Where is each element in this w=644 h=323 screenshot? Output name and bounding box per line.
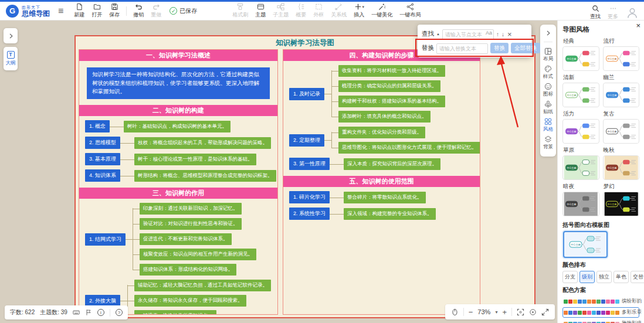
topic-node[interactable]: 2. 思维模型: [85, 137, 120, 149]
topic-node[interactable]: 1. 及时记录: [289, 88, 324, 100]
description-node[interactable]: 知识树学习法是一种将知识结构化、层次化的方法，它通过构建类似树状的模型来组织和梳…: [87, 67, 270, 99]
subtopic-node[interactable]: 构建树干和枝杈：搭建知识体系的基本结构。: [338, 96, 445, 107]
zoom-out-button[interactable]: −: [469, 308, 473, 317]
app-logo[interactable]: G 图形天下 思维导图: [6, 5, 50, 18]
match-case-toggle[interactable]: Aa: [486, 30, 492, 36]
triangle-up-icon[interactable]: ▲: [436, 32, 440, 36]
collapse-left-panel-button[interactable]: [4, 28, 18, 43]
zoom-in-button[interactable]: +: [502, 308, 507, 317]
style-thumbnail[interactable]: 中心主题: [562, 119, 599, 144]
subtopic-node[interactable]: 树干：核心理论或第一性原理，是知识体系的基础。: [134, 154, 256, 165]
toolbar-save[interactable]: 保存: [106, 2, 123, 20]
arrange-option[interactable]: 单色: [614, 271, 629, 283]
replace-input[interactable]: [436, 43, 488, 54]
toolbar-find[interactable]: 查找: [587, 4, 604, 22]
arrange-option[interactable]: 分支: [562, 271, 578, 283]
user-avatar[interactable]: [626, 7, 638, 19]
strip-item-sticker[interactable]: 贴纸: [543, 100, 553, 115]
style-thumbnail[interactable]: 中心主题: [603, 46, 640, 71]
toolbar-one-key-beautify[interactable]: 一键美化: [368, 2, 396, 20]
info-icon[interactable]: i: [97, 309, 104, 316]
arrange-option[interactable]: 独立: [596, 271, 612, 283]
subtopic-node[interactable]: 树叶：基础知识点，构成知识树的基本单元。: [124, 121, 231, 132]
chevron-down-icon[interactable]: ▾: [495, 310, 497, 315]
strip-item-style[interactable]: 样式: [543, 65, 553, 80]
fit-screen-icon[interactable]: [517, 308, 524, 316]
section-banner-node[interactable]: 一、知识树学习法概述: [79, 50, 277, 61]
toolbar-insert[interactable]: ▾插入: [350, 2, 368, 20]
fullscreen-icon[interactable]: [541, 308, 549, 316]
subtopic-node[interactable]: 梳理分类：确定知识点的归属和层级关系。: [338, 80, 440, 92]
style-thumbnail[interactable]: 中心主题: [562, 155, 599, 180]
subtopic-node[interactable]: 收集资料：将学习材料统一放入待处理区域。: [338, 65, 445, 77]
color-scheme-row[interactable]: 雅致彩境: [562, 318, 639, 323]
toolbar-redo: 重做: [147, 2, 165, 20]
style-thumbnail[interactable]: 中心主题: [603, 155, 640, 180]
close-icon[interactable]: ×: [507, 30, 512, 39]
topic-node[interactable]: 1. 结网式学习: [85, 233, 126, 246]
find-previous-icon[interactable]: ↑: [496, 31, 499, 38]
mouse-mode-icon[interactable]: [451, 308, 459, 316]
strip-item-map-style[interactable]: 风格: [543, 118, 553, 133]
subtopic-node[interactable]: 重构文件夹：优化知识分类和层级。: [338, 127, 425, 138]
section-banner-node[interactable]: 五、知识树的使用范围: [283, 176, 480, 187]
find-label[interactable]: 查找: [422, 30, 434, 38]
style-thumbnail[interactable]: 中心主题: [562, 192, 599, 216]
section-banner-node[interactable]: 三、知识树的作用: [79, 188, 277, 199]
replace-button[interactable]: 替换: [490, 43, 509, 53]
subtopic-node[interactable]: 印象深刻：通过关联新旧知识，加深记忆。: [140, 203, 242, 215]
collapse-panel-button[interactable]: [545, 28, 551, 39]
subtopic-node[interactable]: 深入领域：构建完整的专业知识体系。: [344, 208, 436, 220]
center-view-icon[interactable]: [529, 308, 537, 316]
section-banner-node[interactable]: 二、知识树的构建: [79, 105, 277, 116]
color-scheme-row[interactable]: 多彩乐章: [562, 307, 639, 318]
color-scheme-row[interactable]: 缤纷彩韵: [562, 296, 639, 307]
close-icon[interactable]: ×: [636, 21, 640, 30]
style-thumbnail[interactable]: 中心主题: [603, 83, 640, 107]
subtopic-node[interactable]: 添加树叶：填充具体的概念和知识点。: [338, 111, 431, 123]
topic-node[interactable]: 1. 概念: [85, 120, 110, 132]
help-icon[interactable]: ?: [116, 309, 123, 316]
subtopic-node[interactable]: 促进迭代：不断更新和完善知识体系。: [140, 233, 232, 245]
style-thumbnail[interactable]: 中心主题: [603, 192, 640, 216]
toolbar-open[interactable]: 打开: [88, 2, 106, 20]
toolbar-one-key-layout[interactable]: 一键布局: [396, 2, 424, 20]
arrange-option[interactable]: 交替: [631, 271, 644, 283]
subtopic-node[interactable]: 思维导图化：将知识点以图形化方式展现，便于理解和记忆。: [338, 142, 480, 154]
strip-item-layout[interactable]: 布局: [543, 47, 553, 63]
subtopic-node[interactable]: 深入本质：探究知识背后的深层次原理。: [344, 158, 440, 170]
replace-all-button[interactable]: 全部替换: [511, 43, 540, 53]
subtopic-node[interactable]: 枝杈：将概念组织起来的工具，帮助形成解决问题的策略。: [134, 137, 271, 149]
topic-node[interactable]: 4. 知识体系: [85, 169, 120, 182]
topic-node[interactable]: 2. 定期整理: [289, 134, 324, 147]
subtopic-node[interactable]: 核聚变效应：知识点间的相互作用产生新的洞见。: [140, 249, 256, 260]
arrange-option[interactable]: 级别: [579, 271, 595, 283]
topic-node[interactable]: 1. 碎片化学习: [289, 191, 330, 203]
subtopic-node[interactable]: 一键搜索：快速检索所需知识点。: [134, 310, 216, 315]
style-thumbnail[interactable]: 中心主题: [603, 119, 640, 144]
style-thumbnail[interactable]: 中心主题: [562, 46, 599, 71]
mindmap-root[interactable]: 知识树学习法导图 一、知识树学习法概述知识树学习法是一种将知识结构化、层次化的方…: [74, 35, 535, 318]
toolbar-new[interactable]: 新建: [70, 2, 88, 20]
zoom-level[interactable]: 73%: [477, 308, 490, 315]
subtopic-node[interactable]: 验证对比：对知识进行批判性思考和验证。: [140, 218, 242, 230]
strip-item-icon[interactable]: 图标: [543, 83, 553, 98]
strip-item-background[interactable]: 背景: [543, 135, 553, 151]
topic-node[interactable]: 3. 第一性原理: [289, 158, 330, 170]
find-next-icon[interactable]: ↓: [501, 31, 504, 38]
style-thumbnail[interactable]: 中心主题: [562, 83, 599, 107]
toolbar-undo[interactable]: 撤销: [130, 2, 147, 20]
toolbar-theme[interactable]: 主题: [252, 2, 269, 20]
flag-icon[interactable]: [85, 309, 92, 316]
subtopic-node[interactable]: 整合碎片：将零散知识点系统化。: [344, 192, 426, 203]
topic-node[interactable]: 2. 系统性学习: [289, 208, 330, 220]
template-thumbnail[interactable]: 中心主题: [563, 231, 608, 258]
subtopic-node[interactable]: 搭建知识体系：形成结构化的知识网络。: [140, 264, 236, 276]
outline-button[interactable]: T 大纲: [4, 47, 18, 70]
shortcut-keyboard-icon[interactable]: [73, 309, 80, 316]
subtopic-node[interactable]: 永久储存：将知识永久保存，便于回顾和搜索。: [134, 295, 246, 307]
subtopic-node[interactable]: 辅助记忆：减轻大脑记忆负担，通过工具如笔记软件记录。: [134, 280, 271, 291]
menu-icon[interactable]: ≡: [58, 6, 63, 16]
subtopic-node[interactable]: 树形结构：将概念、思维模型和原理整合成完整的知识框架。: [134, 170, 276, 182]
topic-node[interactable]: 3. 基本原理: [85, 153, 120, 165]
